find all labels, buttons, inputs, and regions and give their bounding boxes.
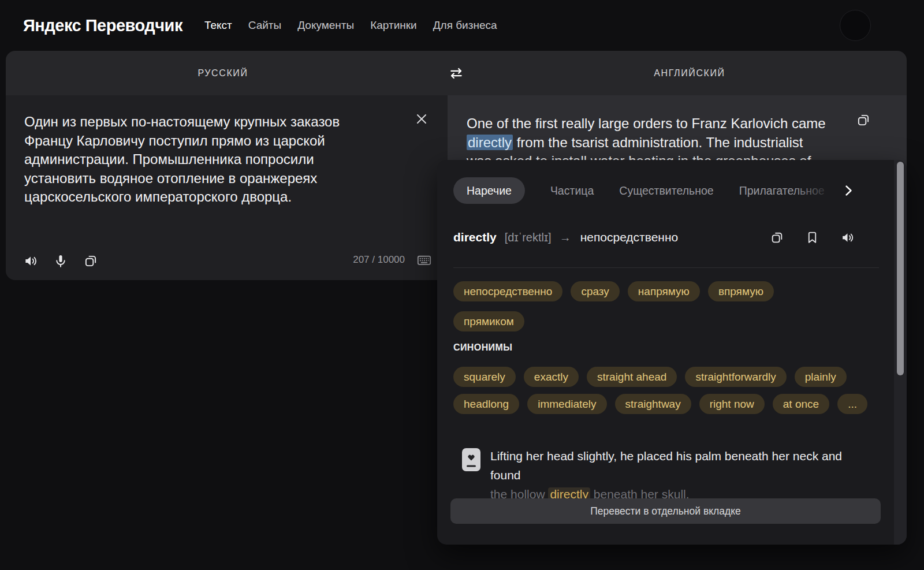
- microphone-icon: [53, 254, 68, 269]
- source-toolbar: [23, 254, 98, 269]
- tabs-scroll-right-button[interactable]: [841, 184, 855, 198]
- bookmark-icon: [805, 230, 819, 245]
- copy-icon: [856, 113, 871, 128]
- virtual-keyboard-button[interactable]: [416, 252, 431, 267]
- app-logo[interactable]: Яндекс Переводчик: [23, 16, 182, 35]
- language-bar: РУССКИЙ АНГЛИЙСКИЙ: [6, 51, 907, 95]
- bookmark-entry-button[interactable]: [805, 230, 819, 245]
- chevron-right-icon: [841, 184, 855, 198]
- entry-divider: [453, 267, 879, 268]
- usage-example: Lifting her head slightly, he placed his…: [462, 446, 866, 504]
- copy-source-button[interactable]: [83, 254, 98, 269]
- nav-tab-sites[interactable]: Сайты: [248, 19, 281, 32]
- translation-chip[interactable]: непосредственно: [453, 281, 562, 301]
- entry-actions: [770, 230, 855, 245]
- source-meta: 207 / 10000: [353, 252, 431, 267]
- synonym-chip[interactable]: exactly: [524, 367, 579, 387]
- source-text-input[interactable]: Один из первых по-настоящему крупных зак…: [24, 113, 379, 207]
- nav-tab-business[interactable]: Для бизнеса: [433, 19, 497, 32]
- user-avatar[interactable]: [840, 10, 871, 41]
- source-panel: Один из первых по-настоящему крупных зак…: [6, 95, 448, 280]
- copy-icon: [83, 254, 98, 269]
- dictate-button[interactable]: [53, 254, 68, 269]
- synonym-chip[interactable]: right now: [699, 394, 765, 414]
- selected-word[interactable]: directly: [467, 135, 513, 150]
- dictionary-popup: Наречие Частица Существительное Прилагат…: [437, 160, 907, 545]
- example-line1: Lifting her head slightly, he placed his…: [490, 449, 842, 482]
- translation-chip[interactable]: впрямую: [708, 281, 774, 301]
- speaker-icon: [23, 254, 38, 269]
- synonym-chip[interactable]: straightforwardly: [685, 367, 786, 387]
- tab-noun[interactable]: Существительное: [619, 177, 713, 204]
- translation-chip[interactable]: сразу: [571, 281, 619, 301]
- synonym-chip[interactable]: at once: [773, 394, 829, 414]
- dictionary-entry-row: directly [dɪˈrektlɪ] → непосредственно: [453, 227, 855, 248]
- yandex-translate-app: Яндекс Переводчик Текст Сайты Документы …: [0, 0, 924, 570]
- synonym-chip[interactable]: headlong: [453, 394, 519, 414]
- book-heart-icon[interactable]: [462, 448, 480, 471]
- tab-adverb[interactable]: Наречие: [453, 177, 525, 204]
- translation-line2: from the tsarist administration. The ind…: [513, 135, 803, 150]
- example-sentence: Lifting her head slightly, he placed his…: [490, 446, 866, 504]
- nav-tab-documents[interactable]: Документы: [297, 19, 354, 32]
- synonym-chip-more[interactable]: ...: [837, 394, 867, 414]
- synonym-chips: squarely exactly straight ahead straight…: [453, 367, 884, 414]
- translation-chips: непосредственно сразу напрямую впрямую п…: [453, 281, 829, 331]
- char-counter: 207 / 10000: [353, 254, 405, 266]
- speaker-icon: [840, 230, 855, 245]
- copy-entry-button[interactable]: [770, 230, 784, 245]
- primary-translation: непосредственно: [580, 230, 679, 244]
- keyboard-icon: [416, 252, 431, 268]
- main-nav: Текст Сайты Документы Картинки Для бизне…: [204, 19, 497, 32]
- source-language-selector[interactable]: РУССКИЙ: [6, 68, 440, 79]
- nav-tab-images[interactable]: Картинки: [370, 19, 417, 32]
- translation-chip[interactable]: напрямую: [628, 281, 700, 301]
- synonyms-heading: СИНОНИМЫ: [453, 342, 512, 353]
- synonym-chip[interactable]: straight ahead: [587, 367, 677, 387]
- synonym-chip[interactable]: plainly: [795, 367, 847, 387]
- tabs-fade-overlay: [793, 175, 839, 206]
- synonym-chip[interactable]: straightway: [615, 394, 691, 414]
- transcription: [dɪˈrektlɪ]: [505, 231, 552, 244]
- arrow-glyph: →: [560, 231, 571, 244]
- translation-chip[interactable]: прямиком: [453, 311, 524, 331]
- listen-source-button[interactable]: [23, 254, 38, 269]
- header: Яндекс Переводчик Текст Сайты Документы …: [0, 0, 924, 51]
- translation-line1: One of the first really large orders to …: [467, 116, 826, 131]
- target-language-selector[interactable]: АНГЛИЙСКИЙ: [472, 68, 907, 79]
- swap-languages-button[interactable]: [440, 66, 472, 81]
- copy-translation-button[interactable]: [856, 113, 871, 128]
- open-in-separate-tab-button[interactable]: Перевести в отдельной вкладке: [450, 498, 881, 524]
- listen-entry-button[interactable]: [840, 230, 855, 245]
- synonym-chip[interactable]: immediately: [527, 394, 606, 414]
- synonym-chip[interactable]: squarely: [453, 367, 516, 387]
- swap-arrows-icon: [449, 66, 464, 81]
- copy-icon: [770, 230, 784, 245]
- headword: directly: [453, 230, 497, 244]
- nav-tab-text[interactable]: Текст: [204, 19, 232, 32]
- part-of-speech-tabs: Наречие Частица Существительное Прилагат…: [453, 177, 837, 204]
- close-icon: [414, 111, 429, 126]
- clear-text-button[interactable]: [414, 111, 429, 126]
- popup-scrollbar-thumb[interactable]: [897, 162, 904, 375]
- tab-particle[interactable]: Частица: [550, 177, 594, 204]
